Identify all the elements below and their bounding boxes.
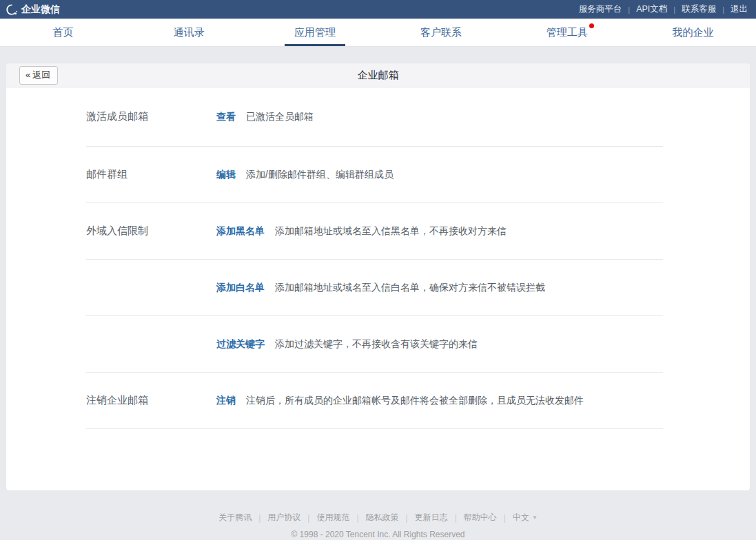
- topbar-link-service-platform[interactable]: 服务商平台: [579, 3, 622, 15]
- separator: |: [258, 513, 260, 523]
- enterprise-mail-card: « 返回 企业邮箱 激活成员邮箱 查看 已激活全员邮箱 邮件群组 编辑 添加/删…: [6, 63, 750, 490]
- tab-app-management[interactable]: 应用管理: [252, 19, 378, 46]
- separator: |: [722, 6, 724, 14]
- tab-home-label: 首页: [52, 26, 73, 39]
- language-label: 中文: [513, 512, 529, 523]
- settings-rows: 激活成员邮箱 查看 已激活全员邮箱 邮件群组 编辑 添加/删除邮件群组、编辑群组…: [86, 87, 663, 429]
- row-description: 添加邮箱地址或域名至入信白名单，确保对方来信不被错误拦截: [275, 282, 545, 294]
- tab-app-management-label: 应用管理: [294, 26, 336, 39]
- tab-home[interactable]: 首页: [0, 19, 126, 46]
- topbar-link-contact-support[interactable]: 联系客服: [682, 3, 716, 15]
- separator: |: [356, 513, 358, 523]
- app-logo-text: 企业微信: [21, 3, 60, 16]
- row-keyword-filter: 过滤关键字 添加过滤关键字，不再接收含有该关键字的来信: [86, 316, 663, 373]
- back-chevrons-icon: «: [25, 70, 30, 80]
- footer-link-about-tencent[interactable]: 关于腾讯: [218, 512, 252, 523]
- language-selector[interactable]: 中文 ▼: [513, 512, 538, 523]
- view-link[interactable]: 查看: [216, 111, 236, 123]
- row-description: 添加过滤关键字，不再接收含有该关键字的来信: [275, 338, 478, 351]
- notification-dot: [589, 23, 594, 28]
- tab-my-company-label: 我的企业: [673, 26, 714, 39]
- deactivate-link[interactable]: 注销: [216, 395, 236, 407]
- separator: |: [504, 513, 506, 523]
- separator: |: [673, 6, 675, 14]
- row-description: 注销后，所有成员的企业邮箱帐号及邮件将会被全部删除，且成员无法收发邮件: [246, 395, 584, 407]
- row-deactivate-mailbox: 注销企业邮箱 注销 注销后，所有成员的企业邮箱帐号及邮件将会被全部删除，且成员无…: [86, 373, 663, 429]
- app-logo[interactable]: 企业微信: [6, 3, 60, 16]
- back-button-label: 返回: [32, 69, 50, 81]
- footer-link-privacy-policy[interactable]: 隐私政策: [366, 512, 399, 523]
- tab-admin-tools[interactable]: 管理工具: [504, 19, 630, 46]
- footer-link-user-agreement[interactable]: 用户协议: [267, 512, 300, 523]
- row-group-label: 外域入信限制: [86, 225, 216, 238]
- row-mail-groups: 邮件群组 编辑 添加/删除邮件群组、编辑群组成员: [86, 147, 663, 203]
- add-blacklist-link[interactable]: 添加黑名单: [216, 225, 265, 238]
- top-bar: 企业微信 服务商平台 | API文档 | 联系客服 | 退出: [0, 0, 756, 19]
- topbar-links: 服务商平台 | API文档 | 联系客服 | 退出: [579, 3, 748, 15]
- row-group-label: 注销企业邮箱: [86, 394, 216, 407]
- row-activate-member-mailbox: 激活成员邮箱 查看 已激活全员邮箱: [86, 87, 663, 147]
- row-description: 添加邮箱地址或域名至入信黑名单，不再接收对方来信: [275, 225, 507, 238]
- back-button[interactable]: « 返回: [19, 66, 58, 85]
- tab-customer-contact[interactable]: 客户联系: [378, 19, 504, 46]
- edit-link[interactable]: 编辑: [216, 169, 236, 181]
- footer-link-usage-rules[interactable]: 使用规范: [316, 512, 349, 523]
- separator: |: [406, 513, 408, 523]
- topbar-link-api-docs[interactable]: API文档: [636, 3, 667, 15]
- topbar-link-logout[interactable]: 退出: [731, 3, 748, 15]
- row-group-label: 激活成员邮箱: [86, 110, 216, 123]
- main-nav: 首页 通讯录 应用管理 客户联系 管理工具 我的企业: [0, 19, 756, 47]
- add-whitelist-link[interactable]: 添加白名单: [216, 282, 265, 294]
- copyright-text: © 1998 - 2020 Tencent Inc. All Rights Re…: [0, 530, 756, 539]
- tab-contacts-label: 通讯录: [174, 26, 205, 39]
- chevron-down-icon: ▼: [532, 515, 538, 521]
- row-whitelist: 添加白名单 添加邮箱地址或域名至入信白名单，确保对方来信不被错误拦截: [86, 260, 663, 316]
- footer-links: 关于腾讯 | 用户协议 | 使用规范 | 隐私政策 | 更新日志 | 帮助中心 …: [0, 512, 756, 523]
- row-blacklist: 外域入信限制 添加黑名单 添加邮箱地址或域名至入信黑名单，不再接收对方来信: [86, 203, 663, 260]
- page-footer: 关于腾讯 | 用户协议 | 使用规范 | 隐私政策 | 更新日志 | 帮助中心 …: [0, 490, 756, 539]
- card-header: « 返回 企业邮箱: [6, 63, 750, 87]
- separator: |: [307, 513, 309, 523]
- row-group-label: 邮件群组: [86, 168, 216, 181]
- tab-contacts[interactable]: 通讯录: [126, 19, 252, 46]
- row-description: 添加/删除邮件群组、编辑群组成员: [246, 169, 394, 181]
- tab-customer-contact-label: 客户联系: [420, 26, 462, 39]
- filter-keyword-link[interactable]: 过滤关键字: [216, 338, 265, 351]
- page-title: 企业邮箱: [6, 69, 750, 82]
- footer-link-changelog[interactable]: 更新日志: [415, 512, 448, 523]
- tab-my-company[interactable]: 我的企业: [630, 19, 756, 46]
- tab-admin-tools-label: 管理工具: [546, 26, 588, 39]
- footer-link-help-center[interactable]: 帮助中心: [464, 512, 497, 523]
- separator: |: [455, 513, 457, 523]
- wechat-work-bubble-icon: [6, 3, 18, 16]
- row-description: 已激活全员邮箱: [246, 111, 314, 123]
- separator: |: [628, 6, 630, 14]
